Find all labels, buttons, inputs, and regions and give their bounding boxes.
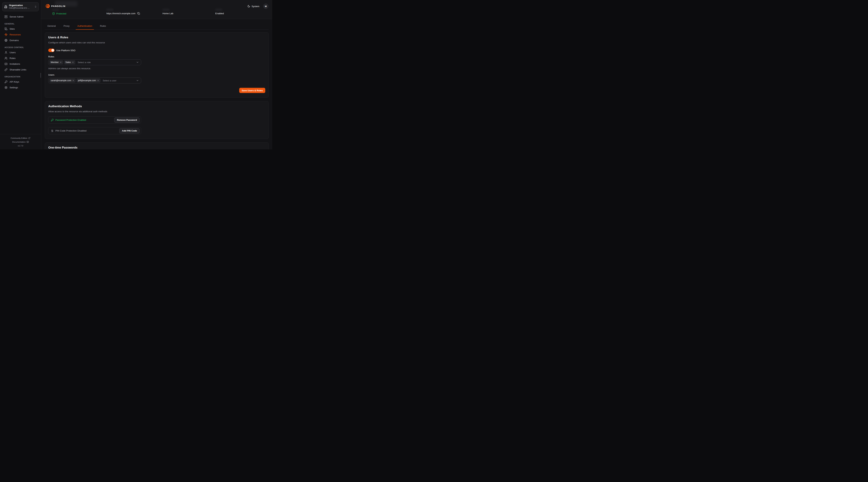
user-chip: sarah@example.com xyxy=(49,78,76,83)
tab-rules[interactable]: Rules xyxy=(98,23,108,30)
sso-toggle-knob xyxy=(51,49,54,52)
roles-select[interactable]: Member Sales Select a role xyxy=(48,59,141,65)
brand: PANGOLIN xyxy=(45,4,65,8)
link-icon xyxy=(4,68,7,71)
sidebar-item-api-keys[interactable]: API Keys xyxy=(2,79,39,85)
password-protection-row: Password Protection Enabled Remove Passw… xyxy=(48,117,141,124)
sidebar-item-label: Users xyxy=(9,51,16,54)
gear-icon xyxy=(4,86,7,89)
sso-toggle-row: Use Platform SSO xyxy=(48,49,265,52)
pin-status: PIN Code Protection Disabled xyxy=(51,129,87,132)
combine-icon xyxy=(4,27,7,30)
tab-proxy[interactable]: Proxy xyxy=(62,23,71,30)
sidebar-item-label: Shareable Links xyxy=(9,68,26,71)
org-selector-label: Organization xyxy=(9,4,33,7)
brand-name: PANGOLIN xyxy=(51,5,65,7)
resource-info-url: https://immich.example.com xyxy=(106,9,140,15)
resource-info-site: Home Lab xyxy=(162,9,173,15)
protected-status-label: Protected xyxy=(56,12,66,15)
remove-chip-icon[interactable] xyxy=(72,61,74,63)
password-status: Password Protection Enabled xyxy=(51,119,86,122)
pangolin-logo-icon xyxy=(45,4,50,8)
users-roles-description: Configure which users and roles can visi… xyxy=(48,41,265,44)
theme-selector[interactable]: System xyxy=(247,5,259,8)
sso-toggle-label: Use Platform SSO xyxy=(56,49,75,52)
resource-enabled-value: Enabled xyxy=(215,12,224,15)
sidebar-item-server-admin[interactable]: Server Admin xyxy=(2,14,39,20)
key-icon xyxy=(51,119,54,122)
sidebar-section-access-control: ACCESS CONTROL xyxy=(4,46,36,49)
users-select-placeholder: Select a user xyxy=(103,79,117,82)
chevron-down-icon xyxy=(136,79,139,82)
sidebar-item-label: Roles xyxy=(9,57,16,60)
sidebar-item-invitations[interactable]: Invitations xyxy=(2,61,39,67)
content: Users & Roles Configure which users and … xyxy=(41,30,272,150)
roles-field-label: Roles xyxy=(48,55,265,58)
resource-site-value: Home Lab xyxy=(162,12,173,15)
users-roles-title: Users & Roles xyxy=(48,36,265,39)
copy-icon[interactable] xyxy=(137,12,140,15)
version-label: v1.7.0 xyxy=(0,144,41,148)
auth-methods-description: Allow access to the resource via additio… xyxy=(48,110,265,113)
org-selector-text: Organization milo@fossorial.io's ... xyxy=(9,4,33,9)
header-controls: System M xyxy=(247,4,268,9)
sidebar-footer: Community Edition Documentation v1.7.0 xyxy=(0,134,41,150)
remove-password-button[interactable]: Remove Password xyxy=(114,118,140,123)
remove-chip-icon[interactable] xyxy=(97,79,99,82)
sidebar-item-label: Sites xyxy=(9,28,15,30)
tab-general[interactable]: General xyxy=(45,23,58,30)
resource-info-auth: Protected xyxy=(52,9,66,15)
user-chip: jeff@example.com xyxy=(76,78,100,83)
remove-chip-icon[interactable] xyxy=(72,79,74,82)
sidebar-item-shareable-links[interactable]: Shareable Links xyxy=(2,67,39,72)
sidebar-item-label: Domains xyxy=(9,39,19,42)
resource-url-value: https://immich.example.com xyxy=(106,12,135,15)
save-row: Save Users & Roles xyxy=(48,88,265,93)
users-roles-card: Users & Roles Configure which users and … xyxy=(45,32,269,98)
sidebar-nav: Server Admin GENERAL Sites Resources Dom xyxy=(0,13,41,134)
org-selector[interactable]: Organization milo@fossorial.io's ... xyxy=(2,2,39,11)
role-chip: Member xyxy=(49,60,63,64)
book-open-icon xyxy=(27,141,29,143)
external-link-icon xyxy=(28,137,30,139)
role-chip-label: Member xyxy=(51,61,59,64)
top-header: PANGOLIN System M Protected xyxy=(41,0,272,19)
sidebar-item-settings[interactable]: Settings xyxy=(2,85,39,90)
pin-status-label: PIN Code Protection Disabled xyxy=(55,129,87,132)
community-edition-label: Community Edition xyxy=(10,136,27,140)
sidebar-scrollbar-thumb[interactable] xyxy=(40,73,41,78)
documentation-link[interactable]: Documentation xyxy=(0,140,41,144)
resource-info-enabled: Enabled xyxy=(215,9,224,15)
redacted-info-label xyxy=(52,9,59,11)
save-users-roles-button[interactable]: Save Users & Roles xyxy=(239,88,265,93)
add-pin-code-button[interactable]: Add PIN Code xyxy=(119,128,140,133)
tab-authentication[interactable]: Authentication xyxy=(76,23,94,30)
remove-chip-icon[interactable] xyxy=(60,61,62,63)
binary-icon xyxy=(51,129,54,132)
users-select[interactable]: sarah@example.com jeff@example.com Selec… xyxy=(48,77,141,84)
resource-tabs: General Proxy Authentication Rules xyxy=(45,23,269,30)
password-status-label: Password Protection Enabled xyxy=(55,119,86,121)
chevron-down-icon xyxy=(136,61,139,64)
sidebar-item-resources[interactable]: Resources xyxy=(2,32,39,37)
otp-card: One-time Passwords Require email-based a… xyxy=(45,142,269,150)
sidebar-item-users[interactable]: Users xyxy=(2,50,39,55)
role-chip: Sales xyxy=(64,60,75,64)
auth-methods-title: Authentication Methods xyxy=(48,105,265,108)
redacted-info-label xyxy=(215,9,222,11)
sso-toggle[interactable] xyxy=(48,49,55,52)
org-selector-value: milo@fossorial.io's ... xyxy=(9,7,33,9)
app-window: Organization milo@fossorial.io's ... Ser… xyxy=(0,0,272,150)
sidebar-item-label: Invitations xyxy=(9,63,20,65)
sidebar-item-domains[interactable]: Domains xyxy=(2,37,39,43)
community-edition-link[interactable]: Community Edition xyxy=(0,136,41,140)
sidebar-item-label: Server Admin xyxy=(9,15,24,18)
user-chip-label: sarah@example.com xyxy=(51,79,71,82)
sidebar-item-sites[interactable]: Sites xyxy=(2,26,39,32)
sidebar-item-roles[interactable]: Roles xyxy=(2,55,39,61)
otp-title: One-time Passwords xyxy=(48,146,265,150)
users-icon xyxy=(4,57,7,60)
globe-icon xyxy=(4,39,7,42)
user-avatar[interactable]: M xyxy=(263,4,268,9)
sidebar-section-general: GENERAL xyxy=(4,23,36,25)
